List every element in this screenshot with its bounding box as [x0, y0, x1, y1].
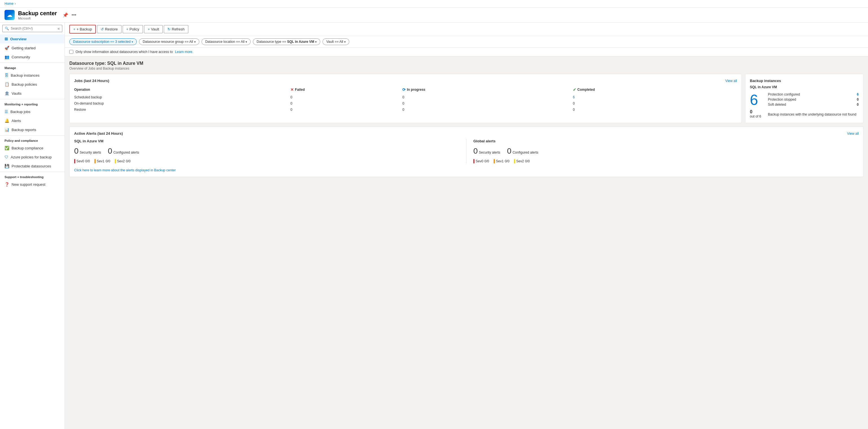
sidebar-item-backup-compliance[interactable]: ✅ Backup compliance	[0, 144, 65, 152]
global-sev2-value: 0/0	[525, 159, 530, 163]
filter-vault-chevron: ▾	[344, 40, 346, 43]
sql-sev2-label: Sev2	[117, 159, 125, 163]
sql-sev2-value: 0/0	[126, 159, 130, 163]
alerts-global-severities: Sev0 0/0 Sev1 0/0 Sev2 0/0	[473, 159, 859, 163]
overview-icon: ⊞	[4, 37, 8, 41]
app-subtitle: Microsoft	[18, 17, 57, 20]
alerts-global-configured-label: Configured alerts	[513, 151, 538, 154]
filter-location[interactable]: Datasource location == All ▾	[202, 38, 251, 45]
jobs-operation-2: Restore	[74, 106, 290, 113]
new-support-icon: ❓	[4, 182, 9, 187]
backup-policies-icon: 📋	[4, 82, 9, 87]
backup-reports-icon: 📊	[4, 127, 9, 132]
jobs-table-row: Restore 0 0 0	[74, 106, 737, 113]
sidebar-item-community[interactable]: 👥 Community	[0, 53, 65, 61]
filter-loc-chevron: ▾	[246, 40, 247, 43]
bi-big-number: 6	[750, 92, 758, 107]
refresh-icon: ↻	[167, 27, 170, 31]
jobs-col-completed: ✓ Completed	[573, 86, 737, 94]
alerts-footer: Click here to learn more about the alert…	[74, 168, 859, 172]
sql-sev0-label: Sev0	[76, 159, 84, 163]
sql-sev1-value: 0/0	[105, 159, 110, 163]
jobs-card: Jobs (last 24 Hours) View all Operation …	[69, 74, 742, 123]
alerts-sql-title: SQL in Azure VM	[74, 139, 460, 143]
sql-sev0-value: 0/0	[85, 159, 90, 163]
filter-subscription[interactable]: Datasource subscription == 3 selected ▾	[69, 38, 137, 45]
failed-icon: ✕	[290, 87, 294, 92]
jobs-completed-1: 0	[573, 100, 737, 106]
ellipsis-icon[interactable]: •••	[72, 12, 76, 18]
sidebar-item-vaults[interactable]: 🏦 Vaults	[0, 89, 65, 98]
jobs-operation-1: On-demand backup	[74, 100, 290, 106]
sidebar-item-alerts[interactable]: 🔔 Alerts	[0, 116, 65, 125]
backup-button[interactable]: + + Backup	[69, 25, 96, 34]
alerts-view-all-link[interactable]: View all	[847, 132, 859, 135]
restore-button[interactable]: ↺ Restore	[97, 25, 122, 33]
filter-resource-group[interactable]: Datasource resource group == All ▾	[139, 38, 199, 45]
learn-more-link[interactable]: Learn more.	[175, 50, 193, 54]
policy-button[interactable]: + Policy	[123, 25, 143, 33]
jobs-view-all-link[interactable]: View all	[725, 79, 737, 83]
alerts-sql-section: SQL in Azure VM 0 Security alerts 0 Conf…	[74, 139, 466, 163]
access-label: Only show information about datasources …	[75, 50, 173, 54]
support-section-header: Support + troubleshooting	[0, 172, 65, 180]
sidebar-item-overview[interactable]: ⊞ Overview	[0, 34, 65, 43]
sidebar-item-protectable[interactable]: 💾 Protectable datasources	[0, 161, 65, 171]
filter-datasource-type[interactable]: Datasource type == SQL in Azure VM ▾	[253, 38, 320, 45]
search-icon: 🔍	[5, 27, 9, 30]
jobs-operation-0: Scheduled backup	[74, 94, 290, 100]
global-sev1-bar	[494, 159, 495, 163]
breadcrumb-separator: ›	[15, 2, 16, 6]
jobs-table-row: Scheduled backup 0 0 6	[74, 94, 737, 100]
bi-card-title: Backup instances	[750, 79, 859, 83]
global-sev0-label: Sev0	[475, 159, 483, 163]
sql-sev1-bar	[94, 159, 96, 163]
jobs-card-title: Jobs (last 24 Hours)	[74, 79, 109, 83]
bi-out-val: 0	[750, 110, 752, 114]
filter-vault[interactable]: Vault == All ▾	[322, 38, 349, 45]
manage-section-header: Manage	[0, 63, 65, 71]
protectable-icon: 💾	[4, 164, 9, 168]
jobs-completed-2: 0	[573, 106, 737, 113]
bi-stat-val-0[interactable]: 6	[857, 92, 859, 96]
alerts-card-title: Active Alerts (last 24 Hours)	[74, 131, 123, 135]
global-sev1-label: Sev1	[496, 159, 503, 163]
vault-button[interactable]: + Vault	[144, 25, 163, 33]
search-input[interactable]	[11, 27, 56, 30]
sidebar-item-backup-instances[interactable]: 🗄 Backup instances	[0, 71, 65, 80]
breadcrumb-home[interactable]: Home	[4, 2, 13, 6]
sidebar-item-backup-policies[interactable]: 📋 Backup policies	[0, 80, 65, 89]
sidebar-item-new-support[interactable]: ❓ New support request	[0, 180, 65, 189]
bi-datasource-type: SQL in Azure VM	[750, 85, 859, 89]
collapse-icon[interactable]: «	[58, 26, 60, 31]
backup-compliance-icon: ✅	[4, 146, 9, 150]
pin-icon[interactable]: 📌	[63, 12, 68, 18]
alerts-global-section: Global alerts 0 Security alerts 0 Config…	[466, 139, 859, 163]
filter-rg-chevron: ▾	[194, 40, 196, 43]
vault-plus-icon: +	[148, 27, 150, 31]
refresh-button[interactable]: ↻ Refresh	[164, 25, 188, 33]
vaults-icon: 🏦	[4, 91, 9, 96]
sql-sev2-bar	[115, 159, 116, 163]
getting-started-icon: 🚀	[4, 45, 9, 50]
restore-icon: ↺	[101, 27, 104, 31]
sidebar-item-backup-reports[interactable]: 📊 Backup reports	[0, 125, 65, 134]
alerts-footer-link[interactable]: Click here to learn more about the alert…	[74, 168, 176, 172]
jobs-inprogress-1: 0	[402, 100, 573, 106]
alerts-card: Active Alerts (last 24 Hours) View all S…	[69, 127, 864, 177]
jobs-completed-0[interactable]: 6	[573, 94, 737, 100]
alerts-global-configured-count: 0	[507, 147, 512, 156]
alerts-sql-configured-label: Configured alerts	[113, 151, 139, 154]
bi-stat-row-2: Soft deleted 0	[768, 102, 859, 106]
app-icon: ☁	[4, 10, 15, 20]
global-sev1-value: 0/0	[505, 159, 509, 163]
sidebar-item-getting-started[interactable]: 🚀 Getting started	[0, 43, 65, 53]
sql-sev0-bar	[74, 159, 75, 163]
filter-type-chevron: ▾	[315, 40, 317, 43]
bi-stat-val-2: 0	[857, 102, 859, 106]
sidebar-item-azure-policies[interactable]: 🛡 Azure policies for backup	[0, 152, 65, 161]
access-checkbox[interactable]	[69, 50, 73, 54]
alerts-sql-security-count: 0	[74, 147, 79, 156]
backup-plus-icon: +	[73, 27, 75, 31]
sidebar-item-backup-jobs[interactable]: ☰ Backup jobs	[0, 107, 65, 116]
